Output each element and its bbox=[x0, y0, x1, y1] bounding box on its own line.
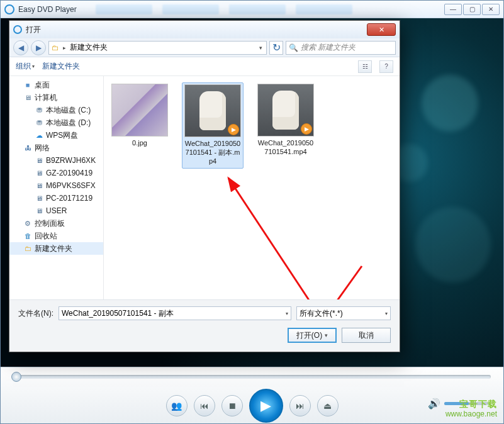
file-list[interactable]: 0.jpg▶WeChat_20190507101541 - 副本.mp4▶WeC… bbox=[104, 76, 400, 299]
ti-computer-icon: 🖥 bbox=[23, 93, 32, 102]
tree-item-5[interactable]: 🖧网络 bbox=[9, 142, 103, 154]
app-title: Easy DVD Player bbox=[18, 5, 77, 14]
newfolder-button[interactable]: 新建文件夹 bbox=[42, 61, 80, 72]
tree-item-label: USER bbox=[46, 206, 67, 215]
nav-back-button[interactable]: ◀ bbox=[13, 40, 28, 55]
filetype-select[interactable]: 所有文件(*.*) ▾ bbox=[296, 306, 391, 320]
tree-item-8[interactable]: 🖥M6PVKS6SFX bbox=[9, 179, 103, 192]
ti-pc-icon: 🖥 bbox=[35, 194, 43, 203]
ti-drive-icon: ⛃ bbox=[35, 118, 43, 127]
dialog-icon bbox=[13, 25, 22, 34]
maximize-button[interactable]: ▢ bbox=[463, 4, 481, 15]
breadcrumb[interactable]: 🗀 ▸ 新建文件夹 ▾ bbox=[48, 41, 267, 55]
tree-item-label: M6PVKS6SFX bbox=[46, 181, 96, 190]
tree-item-label: 网络 bbox=[35, 143, 50, 153]
file-thumbnail bbox=[111, 84, 168, 137]
folder-icon: 🗀 bbox=[52, 43, 59, 52]
tree-item-12[interactable]: 🗑回收站 bbox=[9, 230, 103, 242]
volume-icon[interactable]: 🔊 bbox=[428, 398, 440, 410]
ti-pc-icon: 🖥 bbox=[35, 181, 43, 190]
tree-item-label: 控制面板 bbox=[35, 218, 65, 229]
dialog-title: 打开 bbox=[26, 25, 367, 35]
play-button[interactable]: ▶ bbox=[249, 389, 283, 423]
file-item-0[interactable]: 0.jpg bbox=[109, 82, 171, 148]
tree-item-label: 桌面 bbox=[35, 80, 50, 91]
minimize-button[interactable]: — bbox=[444, 4, 462, 15]
refresh-button[interactable]: ↻ bbox=[269, 41, 283, 55]
chevron-down-icon: ▾ bbox=[32, 64, 35, 69]
file-open-dialog: 打开 ✕ ◀ ▶ 🗀 ▸ 新建文件夹 ▾ ↻ 🔍 搜索 新建文件夹 组织 ▾ 新… bbox=[9, 20, 400, 352]
tree-item-10[interactable]: 🖥USER bbox=[9, 204, 103, 217]
tree-item-11[interactable]: ⚙控制面板 bbox=[9, 217, 103, 230]
tree-item-7[interactable]: 🖥GZ-20190419 bbox=[9, 167, 103, 179]
tree-item-label: 计算机 bbox=[35, 92, 57, 103]
ti-pc-icon: 🖥 bbox=[35, 156, 43, 165]
tree-item-label: WPS网盘 bbox=[46, 130, 78, 141]
search-input[interactable]: 🔍 搜索 新建文件夹 bbox=[286, 41, 396, 55]
ti-pc-icon: 🖥 bbox=[35, 206, 43, 215]
chevron-down-icon[interactable]: ▾ bbox=[258, 45, 264, 51]
ti-folder-icon: 🗀 bbox=[23, 244, 32, 253]
app-icon bbox=[4, 4, 14, 14]
ti-recycle-icon: 🗑 bbox=[23, 232, 32, 240]
tree-item-3[interactable]: ⛃本地磁盘 (D:) bbox=[9, 116, 103, 129]
subtitles-button[interactable]: 👥 bbox=[166, 395, 188, 416]
tree-item-1[interactable]: 🖥计算机 bbox=[9, 91, 103, 104]
blurred-tabs bbox=[96, 4, 444, 14]
nav-forward-button[interactable]: ▶ bbox=[31, 40, 46, 55]
cancel-button[interactable]: 取消 bbox=[342, 328, 391, 343]
stop-button[interactable]: ⏹ bbox=[221, 395, 243, 416]
tree-item-label: 本地磁盘 (D:) bbox=[46, 118, 91, 128]
view-mode-button[interactable]: ☷ bbox=[358, 60, 372, 73]
file-item-2[interactable]: ▶WeChat_20190507101541.mp4 bbox=[255, 82, 316, 157]
tree-item-13[interactable]: 🗀新建文件夹 bbox=[9, 242, 103, 255]
ti-pc-icon: 🖥 bbox=[35, 169, 43, 177]
play-overlay-icon: ▶ bbox=[301, 123, 312, 135]
close-button[interactable]: ✕ bbox=[482, 4, 500, 15]
seek-thumb[interactable] bbox=[11, 372, 21, 382]
app-titlebar: Easy DVD Player — ▢ ✕ bbox=[1, 1, 503, 18]
file-name: WeChat_20190507101541 - 副本.mp4 bbox=[182, 140, 243, 165]
dialog-titlebar: 打开 ✕ bbox=[9, 21, 400, 38]
file-thumbnail: ▶ bbox=[257, 84, 314, 137]
eject-button[interactable]: ⏏ bbox=[317, 395, 339, 416]
organize-menu[interactable]: 组织 ▾ bbox=[16, 61, 35, 72]
dialog-footer: 文件名(N): WeChat_20190507101541 - 副本 ▾ 所有文… bbox=[9, 299, 400, 352]
tree-item-6[interactable]: 🖥B9ZRWJH6XK bbox=[9, 154, 103, 167]
volume-slider[interactable] bbox=[444, 402, 488, 405]
tree-item-label: GZ-20190419 bbox=[46, 169, 92, 177]
next-button[interactable]: ⏭ bbox=[289, 395, 311, 416]
file-item-1[interactable]: ▶WeChat_20190507101541 - 副本.mp4 bbox=[182, 82, 244, 169]
file-name: WeChat_20190507101541.mp4 bbox=[255, 139, 316, 157]
tree-item-2[interactable]: ⛃本地磁盘 (C:) bbox=[9, 104, 103, 116]
ti-drive-icon: ⛃ bbox=[35, 106, 43, 114]
ti-ctrl-icon: ⚙ bbox=[23, 219, 32, 228]
tree-item-label: 回收站 bbox=[35, 231, 57, 242]
dialog-close-button[interactable]: ✕ bbox=[367, 23, 396, 36]
tree-item-9[interactable]: 🖥PC-20171219 bbox=[9, 192, 103, 204]
ti-desktop-icon: ■ bbox=[23, 81, 32, 89]
address-bar: ◀ ▶ 🗀 ▸ 新建文件夹 ▾ ↻ 🔍 搜索 新建文件夹 bbox=[9, 38, 400, 57]
tree-item-label: 本地磁盘 (C:) bbox=[46, 105, 91, 116]
tree-item-4[interactable]: ☁WPS网盘 bbox=[9, 129, 103, 142]
help-button[interactable]: ? bbox=[379, 60, 393, 73]
dialog-toolbar: 组织 ▾ 新建文件夹 ☷ ? bbox=[9, 57, 400, 76]
play-overlay-icon: ▶ bbox=[228, 124, 239, 135]
tree-item-0[interactable]: ■桌面 bbox=[9, 79, 103, 91]
seek-bar[interactable] bbox=[13, 375, 491, 379]
tree-item-label: 新建文件夹 bbox=[35, 243, 72, 254]
ti-cloud-icon: ☁ bbox=[35, 131, 43, 140]
open-button[interactable]: 打开(O) ▾ bbox=[288, 328, 337, 343]
tree-item-label: PC-20171219 bbox=[46, 194, 92, 203]
search-placeholder: 搜索 新建文件夹 bbox=[301, 42, 356, 53]
breadcrumb-current[interactable]: 新建文件夹 bbox=[70, 42, 108, 53]
ti-network-icon: 🖧 bbox=[23, 143, 32, 152]
chevron-down-icon[interactable]: ▾ bbox=[286, 311, 288, 316]
previous-button[interactable]: ⏮ bbox=[194, 395, 215, 416]
filename-input[interactable]: WeChat_20190507101541 - 副本 ▾ bbox=[59, 306, 291, 320]
player-controls: 👥 ⏮ ⏹ ▶ ⏭ ⏏ 🔊 bbox=[1, 367, 503, 423]
chevron-down-icon: ▾ bbox=[385, 311, 388, 316]
folder-tree[interactable]: ■桌面🖥计算机⛃本地磁盘 (C:)⛃本地磁盘 (D:)☁WPS网盘🖧网络🖥B9Z… bbox=[9, 76, 104, 299]
search-icon: 🔍 bbox=[289, 43, 298, 52]
chevron-right-icon[interactable]: ▸ bbox=[62, 45, 67, 51]
